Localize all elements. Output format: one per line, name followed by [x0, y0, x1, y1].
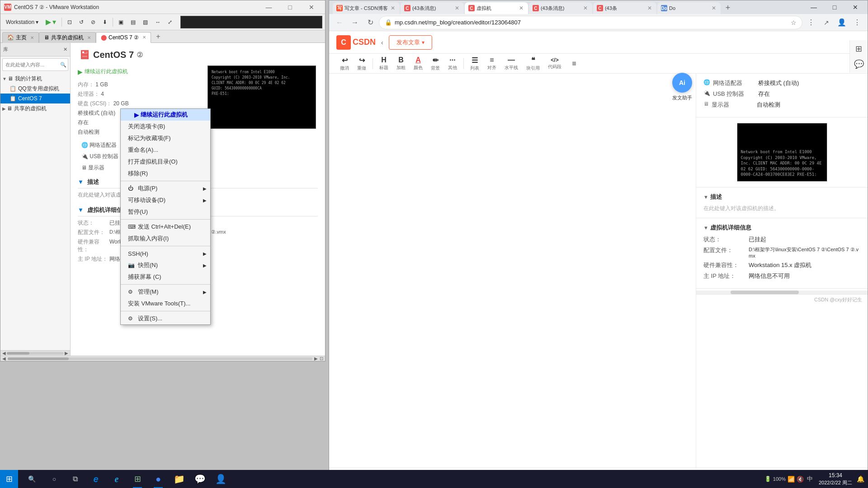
- taskbar-avatar-btn[interactable]: 👤: [211, 470, 231, 488]
- toolbar-btn-9[interactable]: ⤢: [165, 16, 175, 28]
- sidebar-search-input[interactable]: [2, 58, 68, 71]
- toolbar-btn-4[interactable]: ⬇: [100, 16, 110, 28]
- tab-centos[interactable]: ⬤ CentOS 7 ② ✕: [96, 32, 151, 43]
- ctx-rename[interactable]: 重命名(A)...: [121, 144, 210, 156]
- ctx-open-dir[interactable]: 打开虚拟机目录(O): [121, 156, 210, 168]
- vminfo-toggle-arrow[interactable]: ▼: [703, 225, 708, 230]
- tool-list[interactable]: ☰ 列表: [467, 56, 483, 72]
- tree-item-qq[interactable]: 📋 QQ堂专用虚拟机: [0, 84, 70, 94]
- tab-shared-close[interactable]: ✕: [87, 35, 91, 40]
- ctx-manage[interactable]: ⚙ 管理(M) ▶: [121, 286, 210, 298]
- ctx-continue-running[interactable]: ▶ 继续运行此虚拟机: [121, 109, 210, 121]
- tool-more[interactable]: ··· 其他: [444, 56, 461, 72]
- ctx-send-ctrl[interactable]: ⌨ 发送 Ctrl+Alt+Del(E): [121, 221, 210, 233]
- tab-5-close[interactable]: ✕: [646, 4, 653, 12]
- browser-tab-6[interactable]: Do Do ✕: [657, 2, 721, 14]
- play-btn[interactable]: ▶ ▾: [43, 16, 59, 28]
- h-scroll-track[interactable]: [8, 357, 312, 360]
- taskbar-clock[interactable]: 15:34 2022/2/22 周二: [816, 472, 855, 486]
- browser-tab-5[interactable]: C (43条 ✕: [593, 2, 656, 14]
- tool-align[interactable]: ≡ 对齐: [484, 56, 500, 72]
- taskbar-files-btn[interactable]: 📁: [169, 470, 189, 488]
- sidebar-scrollbar[interactable]: ◀ ▶: [0, 350, 70, 356]
- sidebar-search-box[interactable]: 🔍: [2, 58, 68, 71]
- tree-item-my-computer[interactable]: ▼ 🖥 我的计算机: [0, 74, 70, 84]
- extensions-btn[interactable]: ⋮: [804, 16, 818, 29]
- scroll-right-arrow[interactable]: ▶: [64, 351, 69, 356]
- taskbar-cortana-btn[interactable]: ○: [45, 472, 63, 486]
- browser-tab-3[interactable]: C 虚拟机 ✕: [465, 2, 528, 14]
- editor-main-pane[interactable]: [329, 74, 696, 468]
- taskbar-ie-btn[interactable]: e: [107, 470, 127, 488]
- browser-tab-write[interactable]: 写 写文章 - CSDN博客 ✕: [333, 2, 400, 14]
- address-bar[interactable]: 🔒 mp.csdn.net/mp_blog/creation/editor/12…: [379, 16, 802, 29]
- tab-home-close[interactable]: ✕: [30, 35, 34, 40]
- tab-write-close[interactable]: ✕: [390, 4, 396, 12]
- browser-close-btn[interactable]: ✕: [845, 0, 866, 14]
- tool-quote[interactable]: ❝ 块引用: [523, 56, 543, 72]
- tab-6-close[interactable]: ✕: [711, 4, 717, 12]
- toolbar-btn-5[interactable]: ▣: [116, 16, 126, 28]
- tool-bold[interactable]: B 加粗: [393, 56, 409, 72]
- ctx-install-tools[interactable]: 安装 VMware Tools(T)...: [121, 298, 210, 310]
- refresh-btn[interactable]: ↻: [363, 16, 377, 29]
- taskbar-taskview-btn[interactable]: ⧉: [65, 470, 85, 488]
- profile-btn[interactable]: 👤: [835, 16, 849, 29]
- taskbar-chrome-btn[interactable]: ●: [148, 470, 168, 488]
- notification-btn[interactable]: 🔔: [857, 475, 864, 483]
- tab-4-close[interactable]: ✕: [582, 4, 589, 12]
- panel-screenshot[interactable]: Network boot from Intel E1000 Copyright …: [737, 123, 827, 182]
- tree-item-centos[interactable]: 📋 CentOS 7: [0, 94, 70, 103]
- ctx-favorite[interactable]: 标记为收藏项(F): [121, 132, 210, 144]
- tab-centos-close[interactable]: ✕: [142, 35, 146, 40]
- panel-scrollbar[interactable]: [696, 291, 868, 294]
- tool-more2[interactable]: ≡: [566, 56, 582, 72]
- ctx-capture-screen[interactable]: 捕获屏幕 (C): [121, 271, 210, 283]
- toolbar-btn-7[interactable]: ▧: [140, 16, 151, 28]
- taskbar-vmware-btn[interactable]: ⊞: [127, 470, 147, 488]
- forward-btn[interactable]: →: [348, 16, 362, 29]
- ctx-close-tab[interactable]: 关闭选项卡(B): [121, 121, 210, 132]
- toolbar-btn-2[interactable]: ↺: [76, 16, 86, 28]
- tab-2-close[interactable]: ✕: [454, 4, 460, 12]
- tool-code[interactable]: </> 代码段: [544, 56, 565, 72]
- tool-background[interactable]: ✏ 背景: [427, 56, 443, 72]
- vm-screenshot-thumb[interactable]: Network boot from Intel E1000 Copyright …: [208, 66, 316, 129]
- workstation-menu-btn[interactable]: Workstation ▾: [3, 16, 41, 28]
- desc-toggle-arrow[interactable]: ▼: [703, 194, 708, 200]
- ctx-snapshot[interactable]: 📷 快照(N) ▶: [121, 259, 210, 271]
- ctx-remove[interactable]: 移除(R): [121, 168, 210, 179]
- ctx-grab-input[interactable]: 抓取输入内容(I): [121, 233, 210, 244]
- info-collapse-arrow[interactable]: ▼: [78, 206, 84, 213]
- tab-shared[interactable]: 🖥 共享的虚拟机 ✕: [39, 32, 96, 43]
- back-btn[interactable]: ←: [333, 16, 346, 29]
- tool-heading[interactable]: H 标题: [376, 56, 392, 72]
- h-scroll-left[interactable]: ◀: [2, 356, 6, 361]
- tool-color[interactable]: A 颜色: [410, 56, 426, 72]
- taskbar-wechat-btn[interactable]: 💬: [190, 470, 210, 488]
- settings-btn[interactable]: ⋮: [850, 16, 864, 29]
- sidebar-close-btn[interactable]: ✕: [63, 47, 67, 52]
- browser-tab-4[interactable]: C (43条消息) ✕: [529, 2, 592, 14]
- csdn-left-arrow[interactable]: ‹: [381, 39, 383, 46]
- toolbar-btn-8[interactable]: ↔: [152, 16, 163, 28]
- toolbar-btn-3[interactable]: ⊘: [88, 16, 98, 28]
- tree-item-shared[interactable]: ▶ 🖥 共享的虚拟机: [0, 103, 70, 113]
- scroll-track[interactable]: [7, 352, 64, 355]
- ctx-removable[interactable]: 可移动设备(D) ▶: [121, 194, 210, 206]
- address-text[interactable]: mp.csdn.net/mp_blog/creation/editor/1230…: [395, 19, 788, 26]
- browser-new-tab-btn[interactable]: +: [722, 1, 734, 14]
- toolbar-btn-6[interactable]: ▤: [128, 16, 138, 28]
- taskbar-edge-btn[interactable]: e: [86, 470, 106, 488]
- ctx-settings[interactable]: ⚙ 设置(S)...: [121, 313, 210, 324]
- browser-minimize-btn[interactable]: —: [803, 0, 824, 14]
- tab-home[interactable]: 🏠 主页 ✕: [2, 32, 39, 43]
- vmware-minimize-btn[interactable]: —: [259, 0, 279, 14]
- taskbar-search-btn[interactable]: 🔍: [18, 472, 45, 486]
- h-scroll-right[interactable]: ▶: [314, 356, 318, 361]
- tool-undo[interactable]: ↩ 撤消: [336, 56, 353, 72]
- ctx-power[interactable]: ⏻ 电源(P) ▶: [121, 183, 210, 194]
- corner-resize[interactable]: ⊡: [320, 356, 323, 361]
- tab-new-btn[interactable]: +: [153, 31, 164, 42]
- vmware-close-btn[interactable]: ✕: [301, 0, 321, 14]
